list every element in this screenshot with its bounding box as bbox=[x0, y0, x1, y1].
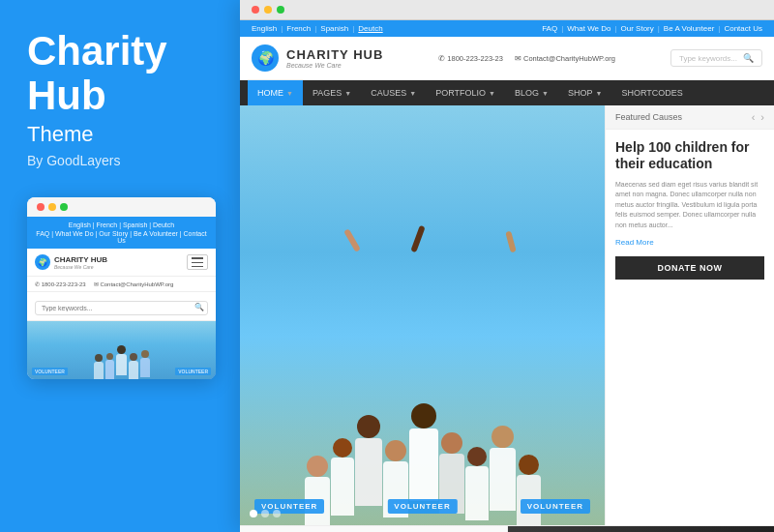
nav-pages[interactable]: PAGES ▼ bbox=[303, 80, 361, 105]
mobile-contact-row: ✆ 1800-223-223-23 ✉ Contact@CharityHubWP… bbox=[27, 277, 216, 292]
volunteer-badge-center: VOLUNTEER bbox=[387, 499, 457, 514]
brand-subtitle: Theme bbox=[27, 122, 213, 147]
featured-content: Help 100 children fortheir education Mae… bbox=[606, 130, 774, 525]
desktop-search-box[interactable]: Type keywords... 🔍 bbox=[670, 49, 762, 67]
desktop-logo-bar: 🌍 CHARITY HUB Because We Care ✆ 1800-223… bbox=[240, 37, 774, 80]
mobile-logo-row: 🌍 CHARITY HUB Because We Care bbox=[27, 249, 216, 277]
story-card: Story About Us Who are we? Curabitur bla… bbox=[240, 526, 508, 532]
dot-red bbox=[37, 203, 45, 211]
nav-causes-arrow: ▼ bbox=[409, 90, 416, 97]
nav-causes-label: CAUSES bbox=[371, 88, 406, 98]
volunteer-badge-right: VOLUNTEER bbox=[521, 499, 590, 514]
desktop-contact-info: ✆ 1800-223-223-23 ✉ Contact@CharityHubWP… bbox=[438, 54, 615, 63]
desktop-main: VOLUNTEER VOLUNTEER VOLUNTEER Featured C… bbox=[240, 105, 774, 525]
left-panel: Charity Hub Theme By GoodLayers English … bbox=[0, 0, 240, 532]
mobile-globe-icon: 🌍 bbox=[35, 254, 50, 270]
nav-portfolio-arrow: ▼ bbox=[489, 90, 495, 97]
dot-yellow bbox=[48, 203, 56, 211]
featured-cause-desc: Maecenas sed diam eget risus varius blan… bbox=[615, 180, 764, 231]
desktop-phone: ✆ 1800-223-223-23 bbox=[438, 54, 503, 63]
featured-prev[interactable]: ‹ bbox=[752, 111, 756, 123]
lang-deutch[interactable]: Deutch bbox=[358, 24, 382, 33]
desktop-brand-tagline: Because We Care bbox=[286, 62, 383, 69]
mobile-logo-text: CHARITY HUB bbox=[54, 255, 107, 264]
nav-home-label: HOME bbox=[257, 88, 283, 98]
nav-home[interactable]: HOME ▼ bbox=[248, 80, 303, 105]
nav-shop-label: SHOP bbox=[568, 88, 593, 98]
browser-dot-green bbox=[277, 6, 284, 14]
featured-next[interactable]: › bbox=[760, 111, 764, 123]
desktop-email: ✉ Contact@CharityHubWP.org bbox=[515, 54, 615, 63]
mobile-phone: ✆ 1800-223-223-23 bbox=[35, 281, 86, 287]
desktop-globe-icon: 🌍 bbox=[252, 44, 279, 72]
desktop-brand: CHARITY HUB Because We Care bbox=[286, 47, 383, 69]
mobile-topbar: English | French | Spanish | Deutch FAQ … bbox=[27, 217, 216, 249]
nav-blog-label: BLOG bbox=[515, 88, 539, 98]
by-text: By GoodLayers bbox=[27, 153, 213, 168]
mobile-tagline: Because We Care bbox=[54, 264, 107, 270]
nav-shortcodes[interactable]: SHORTCODES bbox=[611, 80, 692, 105]
featured-label: Featured Causes bbox=[615, 112, 682, 122]
lang-sep1: | bbox=[281, 24, 283, 33]
nav-blog[interactable]: BLOG ▼ bbox=[505, 80, 558, 105]
mobile-email: ✉ Contact@CharityHubWP.org bbox=[94, 281, 174, 287]
nav-portfolio[interactable]: PORTFOLIO ▼ bbox=[426, 80, 505, 105]
featured-cause-title: Help 100 children fortheir education bbox=[615, 139, 764, 172]
desktop-topbar: English | French | Spanish | Deutch FAQ … bbox=[240, 20, 774, 37]
lang-spanish[interactable]: Spanish bbox=[320, 24, 348, 33]
mobile-search-input[interactable] bbox=[35, 301, 208, 315]
nav-faq[interactable]: FAQ bbox=[542, 24, 557, 33]
nav-portfolio-label: PORTFOLIO bbox=[435, 88, 486, 98]
desktop-preview: English | French | Spanish | Deutch FAQ … bbox=[240, 0, 774, 532]
mobile-nav-links: FAQ | What We Do | Our Story | Be A Volu… bbox=[35, 230, 208, 244]
search-placeholder-text: Type keywords... bbox=[679, 54, 737, 63]
featured-sidebar: Featured Causes ‹ › Help 100 children fo… bbox=[605, 105, 774, 525]
hamburger-menu[interactable] bbox=[187, 254, 208, 270]
nav-blog-arrow: ▼ bbox=[542, 90, 549, 97]
desktop-logo-left: 🌍 CHARITY HUB Because We Care bbox=[252, 44, 383, 72]
mobile-search-row bbox=[27, 292, 216, 321]
nav-pages-arrow: ▼ bbox=[344, 90, 351, 97]
lang-french[interactable]: French bbox=[286, 24, 311, 33]
hero-section: VOLUNTEER VOLUNTEER VOLUNTEER bbox=[240, 105, 605, 525]
mobile-browser-dots bbox=[27, 197, 216, 217]
desktop-lang-links: English | French | Spanish | Deutch bbox=[252, 24, 383, 33]
mobile-hero-image: VOLUNTEER VOLUNTEER bbox=[27, 321, 216, 379]
nav-shop[interactable]: SHOP ▼ bbox=[558, 80, 611, 105]
desktop-nav: HOME ▼ PAGES ▼ CAUSES ▼ PORTFOLIO ▼ BLOG… bbox=[240, 80, 774, 105]
nav-causes[interactable]: CAUSES ▼ bbox=[361, 80, 426, 105]
browser-dot-yellow bbox=[264, 6, 272, 14]
hamburger-line1 bbox=[192, 257, 203, 258]
bottom-section: Story About Us Who are we? Curabitur bla… bbox=[240, 525, 774, 532]
mobile-preview: English | French | Spanish | Deutch FAQ … bbox=[27, 197, 216, 379]
nav-volunteer[interactable]: Be A Volunteer bbox=[664, 24, 715, 33]
featured-read-more[interactable]: Read More bbox=[615, 238, 764, 247]
featured-nav: ‹ › bbox=[752, 111, 764, 123]
browser-chrome bbox=[240, 0, 774, 20]
slider-dot-3[interactable] bbox=[273, 510, 281, 517]
cause-card: Urgent Cause Stop Syria's Hunger Maecena… bbox=[508, 526, 775, 532]
search-icon[interactable]: 🔍 bbox=[743, 53, 754, 63]
featured-donate-button[interactable]: DONATE NOW bbox=[615, 256, 764, 280]
browser-dot-red bbox=[252, 6, 259, 14]
lang-sep3: | bbox=[352, 24, 354, 33]
brand-title-line1: Charity Hub bbox=[27, 29, 213, 118]
nav-what-we-do[interactable]: What We Do bbox=[567, 24, 610, 33]
mobile-brand: CHARITY HUB Because We Care bbox=[54, 255, 107, 270]
hamburger-line2 bbox=[192, 262, 203, 263]
dot-green bbox=[60, 203, 68, 211]
lang-english[interactable]: English bbox=[252, 24, 277, 33]
desktop-nav-right: FAQ | What We Do | Our Story | Be A Volu… bbox=[542, 24, 762, 33]
featured-header: Featured Causes ‹ › bbox=[606, 105, 774, 130]
nav-our-story[interactable]: Our Story bbox=[621, 24, 654, 33]
desktop-brand-name: CHARITY HUB bbox=[286, 47, 383, 62]
mobile-logo-left: 🌍 CHARITY HUB Because We Care bbox=[35, 254, 107, 270]
mobile-search-wrapper bbox=[35, 297, 208, 315]
slider-dot-1[interactable] bbox=[250, 510, 257, 517]
nav-contact[interactable]: Contact Us bbox=[724, 24, 762, 33]
lang-sep2: | bbox=[314, 24, 316, 33]
hamburger-line3 bbox=[192, 266, 203, 267]
nav-home-arrow: ▼ bbox=[286, 90, 293, 97]
slider-dot-2[interactable] bbox=[261, 510, 269, 517]
cause-overlay bbox=[508, 526, 775, 532]
